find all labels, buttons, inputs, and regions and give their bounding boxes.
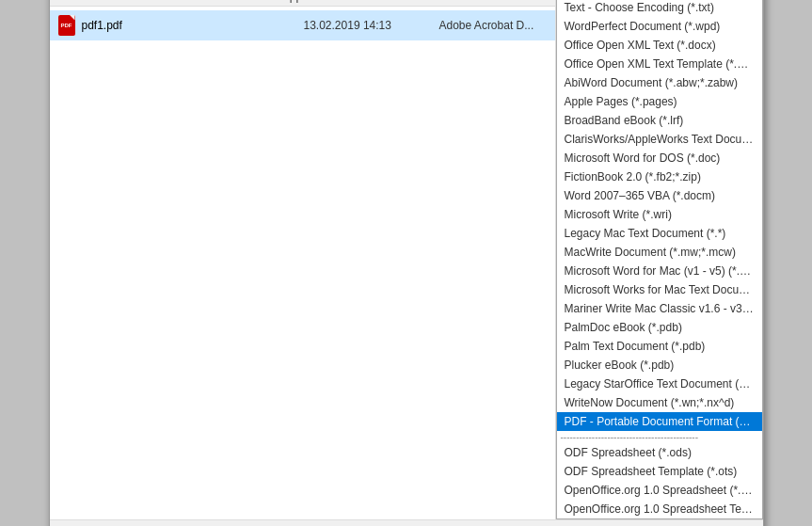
format-item-mcw[interactable]: MacWrite Document (*.mw;*.mcw) <box>557 243 762 262</box>
format-item-plucker[interactable]: Plucker eBook (*.pdb) <box>557 356 762 375</box>
format-item-fb2[interactable]: FictionBook 2.0 (*.fb2;*.zip) <box>557 167 762 186</box>
format-item-stc[interactable]: OpenOffice.org 1.0 Spreadsheet Template … <box>557 500 762 518</box>
format-item-wps[interactable]: Microsoft Works for Mac Text Document (v… <box>557 280 762 299</box>
format-item-palmdoc[interactable]: PalmDoc eBook (*.pdb) <box>557 318 762 337</box>
main-content: Упорядочить ▾ Новая папка Имя ∧ Дата изм… <box>50 0 763 519</box>
col-header-type[interactable]: Тип <box>430 0 547 3</box>
col-header-date[interactable]: Дата изменения <box>291 0 431 3</box>
format-item-doc-dos[interactable]: Microsoft Word for DOS (*.doc) <box>557 149 762 167</box>
format-item-mwd[interactable]: Mariner Write Mac Classic v1.6 - v3.5 (*… <box>557 299 762 318</box>
format-dropdown-panel: T602 Document (*.602;*.txt) Text (*.txt)… <box>556 0 763 519</box>
format-item-cwk[interactable]: ClarisWorks/AppleWorks Text Document (*.… <box>557 130 762 149</box>
format-item-pages[interactable]: Apple Pages (*.pages) <box>557 92 762 111</box>
format-item-wpd[interactable]: WordPerfect Document (*.wpd) <box>557 17 762 36</box>
format-item-lrf[interactable]: BroadBand eBook (*.lrf) <box>557 111 762 130</box>
format-item-dotx[interactable]: Office Open XML Text Template (*.dotx;*.… <box>557 55 762 73</box>
format-item-docx[interactable]: Office Open XML Text (*.docx) <box>557 36 762 55</box>
format-item-legacy-mac[interactable]: Legacy Mac Text Document (*.*) <box>557 224 762 243</box>
format-item-abw[interactable]: AbiWord Document (*.abw;*.zabw) <box>557 73 762 92</box>
file-list: PDF pdf1.pdf 13.02.2019 14:13 Adobe Acro… <box>50 7 555 519</box>
file-icon-pdf: PDF <box>57 14 76 37</box>
format-item-docm[interactable]: Word 2007–365 VBA (*.docm) <box>557 186 762 205</box>
open-dialog: Открытие × ◀ ▶ ↑ Этот компьютер › Докуме… <box>49 0 764 526</box>
format-item-ods[interactable]: ODF Spreadsheet (*.ods) <box>557 443 762 462</box>
format-item-palm-txt[interactable]: Palm Text Document (*.pdb) <box>557 337 762 356</box>
table-row[interactable]: PDF pdf1.pdf 13.02.2019 14:13 Adobe Acro… <box>50 10 555 40</box>
format-item-wri[interactable]: Microsoft Write (*.wri) <box>557 205 762 224</box>
format-item-sxc[interactable]: OpenOffice.org 1.0 Spreadsheet (*.sxc) <box>557 481 762 500</box>
format-item-mac-doc[interactable]: Microsoft Word for Mac (v1 - v5) (*.doc) <box>557 262 762 280</box>
file-panel: Упорядочить ▾ Новая папка Имя ∧ Дата изм… <box>50 0 556 519</box>
format-item-txt-enc[interactable]: Text - Choose Encoding (*.txt) <box>557 0 762 17</box>
format-item-writenow[interactable]: WriteNow Document (*.wn;*.nx^d) <box>557 393 762 412</box>
format-item-ots[interactable]: ODF Spreadsheet Template (*.ots) <box>557 462 762 481</box>
file-name: pdf1.pdf <box>82 19 298 32</box>
format-item-sdw[interactable]: Legacy StarOffice Text Document (*.sdw) <box>557 375 762 393</box>
file-date: 13.02.2019 14:13 <box>304 19 434 32</box>
sort-arrow-name: ∧ <box>83 0 89 1</box>
col-header-name[interactable]: Имя ∧ <box>57 0 291 3</box>
format-item-pdf[interactable]: PDF - Portable Document Format (Writer) … <box>557 412 762 431</box>
file-type: Adobe Acrobat D... <box>439 19 548 32</box>
bottom-panel: Read-only Имя файла: Version: PDF - Port… <box>50 519 763 527</box>
format-item-separator: ----------------------------------------… <box>557 431 762 443</box>
